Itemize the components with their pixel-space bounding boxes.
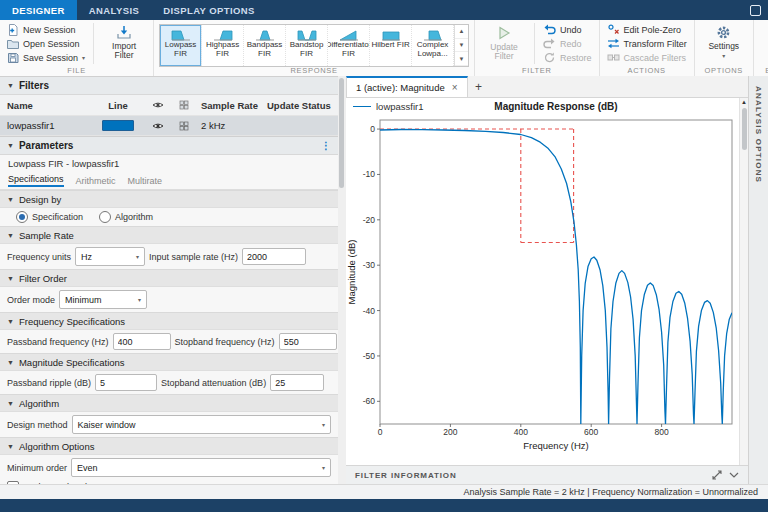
- section-header-filter-order[interactable]: ▼ Filter Order: [0, 269, 338, 287]
- svg-text:600: 600: [584, 427, 598, 437]
- parameters-panel-header[interactable]: ▼ Parameters ⋮: [0, 136, 338, 155]
- chart-legend[interactable]: lowpassfir1: [353, 101, 424, 112]
- section-header-algorithm[interactable]: ▼ Algorithm: [0, 394, 338, 412]
- algorithm-row: Design method Kaiser window ▾: [0, 412, 338, 437]
- section-header-sample-rate[interactable]: ▼ Sample Rate: [0, 226, 338, 244]
- gallery-scroll-up-icon[interactable]: ▲: [455, 25, 468, 39]
- response-hilbert-fir[interactable]: Hilbert FIR: [370, 25, 412, 66]
- tab-designer[interactable]: DESIGNER: [0, 0, 77, 20]
- window-layout-icon[interactable]: [750, 5, 761, 16]
- settings-gear-icon: [716, 25, 731, 40]
- input-sample-rate-field[interactable]: [242, 248, 306, 265]
- gallery-item-label: Bandpass FIR: [244, 41, 285, 58]
- gallery-expand-icon[interactable]: ▼: [455, 52, 468, 66]
- magnitude-document-tab[interactable]: 1 (active): Magnitude ×: [346, 76, 468, 97]
- response-differentiator-fir[interactable]: Differentiator FIR: [328, 25, 370, 66]
- stopband-frequency-field[interactable]: [279, 333, 337, 350]
- save-session-label: Save Session: [23, 53, 78, 63]
- column-name[interactable]: Name: [0, 100, 91, 111]
- response-bandpass-fir[interactable]: Bandpass FIR: [244, 25, 286, 66]
- column-sample-rate[interactable]: Sample Rate: [197, 100, 263, 111]
- settings-button[interactable]: Settings ▾: [700, 23, 748, 59]
- section-header-design-by[interactable]: ▼ Design by: [0, 190, 338, 208]
- filter-coefficients-cell[interactable]: [171, 121, 197, 131]
- collapse-icon: ▼: [7, 196, 14, 203]
- filter-line-swatch[interactable]: [102, 120, 134, 131]
- svg-text:0: 0: [370, 124, 375, 134]
- tab-arithmetic[interactable]: Arithmetic: [76, 176, 116, 186]
- column-visibility[interactable]: [145, 101, 171, 109]
- algorithm-radio[interactable]: [99, 211, 111, 223]
- frequency-units-select[interactable]: Hz ▾: [75, 247, 145, 266]
- cascade-filters-button[interactable]: Cascade Filters: [605, 51, 689, 64]
- column-line[interactable]: Line: [91, 100, 145, 111]
- magnitude-specifications-row: Passband ripple (dB) Stopband attenuatio…: [0, 371, 338, 394]
- collapse-icon: ▼: [7, 275, 14, 282]
- response-complex-lowpass-fir[interactable]: Complex Lowpa...: [412, 25, 454, 66]
- chart-svg: 02004006008000-10-20-30-40-50-60Magnitud…: [346, 98, 740, 466]
- filter-visibility-cell[interactable]: [145, 122, 171, 130]
- algorithm-radio-label[interactable]: Algorithm: [115, 212, 153, 222]
- minimum-order-label: Minimum order: [7, 463, 67, 473]
- cascade-filters-label: Cascade Filters: [624, 53, 687, 63]
- scrollbar-thumb[interactable]: [339, 78, 344, 188]
- gallery-scroll-down-icon[interactable]: ▼: [455, 39, 468, 53]
- redo-icon: [543, 38, 556, 49]
- new-tab-button[interactable]: +: [468, 76, 490, 97]
- tab-analysis[interactable]: ANALYSIS: [77, 0, 151, 20]
- specification-radio-label[interactable]: Specification: [32, 212, 83, 222]
- analysis-options-strip[interactable]: ANALYSIS OPTIONS: [748, 76, 768, 484]
- options-section-label: OPTIONS: [695, 66, 753, 75]
- scroll-up-icon[interactable]: ▲: [740, 98, 748, 107]
- tab-multirate[interactable]: Multirate: [128, 176, 163, 186]
- design-method-select[interactable]: Kaiser window ▾: [72, 415, 331, 434]
- filters-panel-header[interactable]: ▼ Filters: [0, 76, 338, 95]
- undo-label: Undo: [560, 25, 582, 35]
- tab-display-options[interactable]: DISPLAY OPTIONS: [151, 0, 267, 20]
- update-filter-button[interactable]: Update Filter: [480, 23, 528, 62]
- response-section-label: RESPONSE: [154, 66, 474, 75]
- passband-frequency-field[interactable]: [113, 333, 171, 350]
- filter-line-cell[interactable]: [91, 120, 145, 131]
- svg-text:-30: -30: [363, 260, 376, 270]
- response-highpass-fir[interactable]: Highpass FIR: [202, 25, 244, 66]
- new-session-label: New Session: [23, 25, 76, 35]
- new-session-button[interactable]: New Session: [5, 23, 87, 36]
- response-bandstop-fir[interactable]: Bandstop FIR: [286, 25, 328, 66]
- response-lowpass-fir[interactable]: Lowpass FIR: [160, 25, 202, 66]
- specification-radio[interactable]: [16, 211, 28, 223]
- collapse-pane-icon[interactable]: [729, 472, 739, 478]
- x-axis-label: Frequency (Hz): [523, 440, 588, 451]
- expand-pane-icon[interactable]: [712, 470, 722, 480]
- document-scrollbar[interactable]: ▲: [739, 98, 748, 466]
- filter-information-bar[interactable]: FILTER INFORMATION: [346, 465, 748, 484]
- restore-icon: [543, 52, 556, 63]
- column-update-status[interactable]: Update Status: [263, 100, 338, 111]
- export-button[interactable]: Export ▾: [759, 23, 768, 59]
- svg-text:800: 800: [655, 427, 669, 437]
- close-tab-icon[interactable]: ×: [452, 83, 458, 93]
- legend-label: lowpassfir1: [376, 101, 424, 112]
- open-session-button[interactable]: Open Session: [5, 37, 87, 50]
- filter-table-row[interactable]: lowpassfir1 2 kHz: [0, 116, 338, 136]
- transform-filter-button[interactable]: Transform Filter: [605, 37, 689, 50]
- order-mode-select[interactable]: Minimum ▾: [59, 290, 147, 309]
- edit-pole-zero-button[interactable]: Edit Pole-Zero: [605, 23, 689, 36]
- redo-button[interactable]: Redo: [541, 37, 594, 50]
- minimum-order-select[interactable]: Even ▾: [71, 458, 331, 477]
- parameters-menu-icon[interactable]: ⋮: [321, 141, 331, 151]
- save-session-button[interactable]: Save Session ▾: [5, 51, 87, 64]
- scrollbar-thumb[interactable]: [742, 108, 747, 150]
- section-header-algorithm-options[interactable]: ▼ Algorithm Options: [0, 437, 338, 455]
- cascade-filters-icon: [607, 52, 620, 63]
- import-filter-button[interactable]: Import Filter: [100, 23, 148, 61]
- undo-button[interactable]: Undo: [541, 23, 594, 36]
- section-header-magnitude-specifications[interactable]: ▼ Magnitude Specifications: [0, 353, 338, 371]
- tab-specifications[interactable]: Specifications: [8, 174, 64, 187]
- stopband-attenuation-field[interactable]: [270, 374, 324, 391]
- column-coefficients[interactable]: [171, 100, 197, 110]
- restore-button[interactable]: Restore: [541, 51, 594, 64]
- save-dropdown-chevron-icon[interactable]: ▾: [82, 55, 85, 61]
- passband-ripple-field[interactable]: [95, 374, 157, 391]
- section-header-frequency-specifications[interactable]: ▼ Frequency Specifications: [0, 312, 338, 330]
